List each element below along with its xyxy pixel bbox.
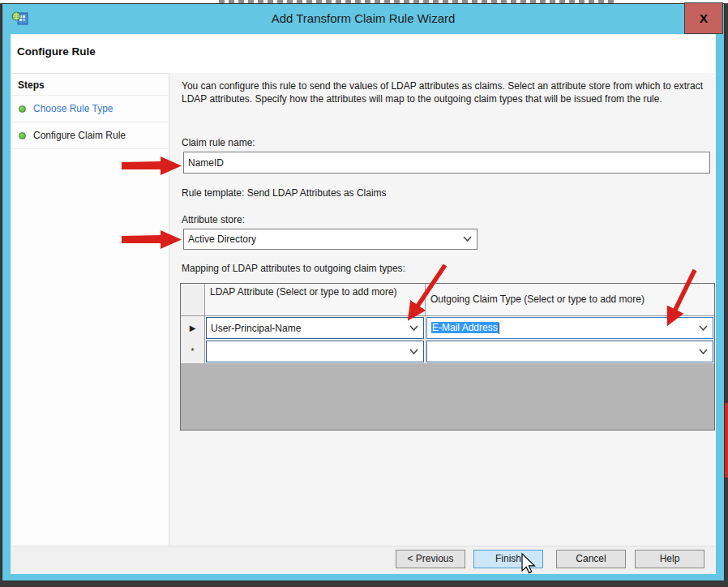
rule-description-text: You can configure this rule to send the … — [182, 79, 704, 105]
steps-header: Steps — [11, 74, 169, 96]
chevron-down-icon — [463, 236, 472, 242]
rule-template-text: Rule template: Send LDAP Attributes as C… — [182, 187, 387, 199]
page-title: Configure Rule — [17, 45, 96, 58]
ldap-attribute-column-header: LDAP Attribute (Select or type to add mo… — [205, 284, 426, 315]
table-header-row: LDAP Attribute (Select or type to add mo… — [181, 284, 714, 316]
row-selector-header — [181, 284, 205, 315]
divider — [169, 73, 169, 546]
outgoing-claim-select[interactable]: E-Mail Address — [426, 317, 713, 339]
attribute-store-select[interactable]: Active Directory — [183, 229, 477, 250]
claim-rule-name-label: Claim rule name: — [182, 137, 255, 148]
chevron-down-icon — [409, 349, 418, 355]
cancel-button[interactable]: Cancel — [556, 550, 626, 568]
finish-button[interactable]: Finish — [473, 550, 543, 568]
titlebar[interactable]: Add Transform Claim Rule Wizard X — [2, 4, 724, 34]
step-label: Configure Claim Rule — [33, 130, 126, 141]
close-button[interactable]: X — [684, 2, 723, 34]
sidebar-item-choose-rule-type[interactable]: Choose Rule Type — [11, 96, 169, 122]
mapping-table: LDAP Attribute (Select or type to add mo… — [180, 283, 715, 431]
dialog-client-area: Configure Rule Steps Choose Rule Type Co… — [11, 34, 716, 574]
new-row-indicator: * — [181, 340, 205, 363]
attribute-store-label: Attribute store: — [182, 214, 245, 225]
mapping-label: Mapping of LDAP attributes to outgoing c… — [182, 263, 405, 274]
attribute-store-value: Active Directory — [184, 234, 256, 245]
chevron-down-icon — [409, 325, 418, 332]
button-bar: < Previous Finish Cancel Help — [11, 546, 715, 573]
ldap-attribute-cell — [205, 340, 426, 363]
outgoing-claim-cell: E-Mail Address — [426, 316, 714, 340]
chevron-down-icon — [699, 349, 708, 355]
wizard-dialog: Add Transform Claim Rule Wizard X Config… — [2, 3, 725, 581]
outgoing-claim-column-header: Outgoing Claim Type (Select or type to a… — [426, 284, 714, 315]
step-label: Choose Rule Type — [33, 103, 113, 114]
outgoing-claim-value: E-Mail Address — [431, 322, 499, 333]
window-title: Add Transform Claim Rule Wizard — [2, 11, 724, 25]
ldap-attribute-cell: User-Principal-Name — [205, 316, 426, 340]
chevron-down-icon — [699, 325, 708, 332]
sidebar-item-configure-claim-rule[interactable]: Configure Claim Rule — [11, 122, 169, 149]
ldap-attribute-select-empty[interactable] — [206, 341, 424, 362]
steps-sidebar: Steps Choose Rule Type Configure Claim R… — [11, 73, 169, 546]
background-artifact — [725, 403, 728, 478]
outgoing-claim-cell — [426, 340, 714, 363]
ldap-attribute-select[interactable]: User-Principal-Name — [206, 317, 424, 339]
step-complete-icon — [19, 105, 26, 113]
table-row: ▶ User-Principal-Name E-Mail Address — [181, 316, 714, 340]
ldap-attribute-value: User-Principal-Name — [207, 323, 301, 334]
current-row-indicator: ▶ — [181, 316, 205, 340]
previous-button[interactable]: < Previous — [396, 550, 465, 568]
row-marker-icon: ▶ — [190, 323, 196, 332]
help-button[interactable]: Help — [635, 550, 704, 568]
table-row-new: * — [181, 340, 714, 363]
text-caret — [499, 323, 499, 334]
outgoing-claim-select-empty[interactable] — [426, 341, 713, 362]
claim-rule-name-input[interactable] — [183, 152, 710, 174]
step-complete-icon — [19, 132, 26, 139]
new-row-marker-icon: * — [191, 347, 195, 356]
